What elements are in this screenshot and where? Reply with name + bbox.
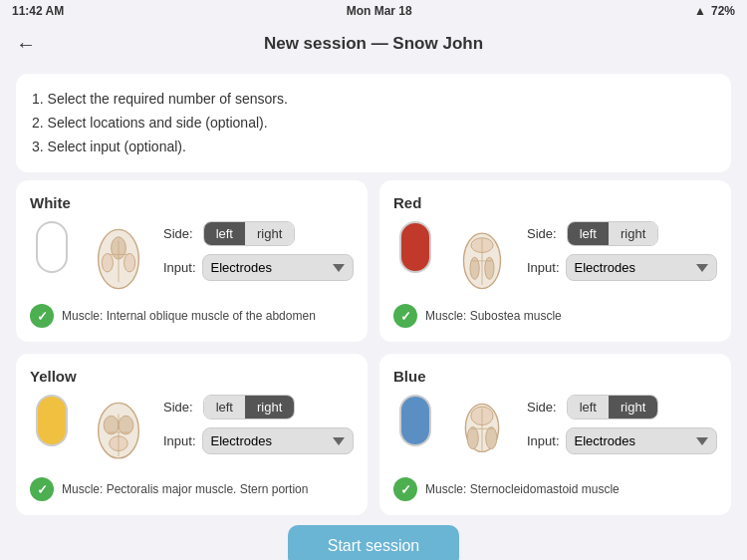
muscle-text-red: Muscle: Subostea muscle xyxy=(425,309,562,323)
controls-white: Side: left right Input: Electrodes EMG E… xyxy=(163,221,354,281)
controls-yellow: Side: left right Input: Electrodes EMG E… xyxy=(163,395,354,454)
side-label-blue: Side: xyxy=(527,400,557,415)
sensor-card-red: Red Side: left xyxy=(379,180,731,342)
side-left-blue[interactable]: left xyxy=(568,396,609,419)
side-right-yellow[interactable]: right xyxy=(245,396,294,419)
muscle-text-white: Muscle: Internal oblique muscle of the a… xyxy=(62,309,316,323)
muscle-diagram-red xyxy=(447,221,517,296)
side-buttons-red: left right xyxy=(567,221,659,246)
instruction-3: 3. Select input (optional). xyxy=(32,136,715,159)
side-left-white[interactable]: left xyxy=(204,222,245,245)
muscle-text-yellow: Muscle: Pectoralis major muscle. Stern p… xyxy=(62,482,308,496)
muscle-diagram-white xyxy=(84,221,153,296)
controls-red: Side: left right Input: Electrodes EMG E… xyxy=(527,221,717,281)
sensor-pill-blue xyxy=(399,395,431,446)
sensor-icon-yellow xyxy=(30,395,74,446)
muscle-text-blue: Muscle: Sternocleidomastoid muscle xyxy=(425,482,620,496)
status-date: Mon Mar 18 xyxy=(347,4,412,18)
instruction-1: 1. Select the required number of sensors… xyxy=(32,88,715,112)
svg-point-2 xyxy=(102,253,113,272)
side-buttons-yellow: left right xyxy=(203,395,296,420)
start-session-button[interactable]: Start session xyxy=(288,525,459,560)
svg-point-14 xyxy=(119,416,133,434)
svg-point-20 xyxy=(467,426,478,448)
battery-level: 72% xyxy=(711,4,735,18)
start-button-wrap: Start session xyxy=(0,525,747,560)
controls-blue: Side: left right Input: Electrodes EMG E… xyxy=(527,395,717,454)
side-left-red[interactable]: left xyxy=(568,222,609,245)
side-label-white: Side: xyxy=(163,226,193,241)
svg-point-13 xyxy=(104,416,119,434)
back-icon: ← xyxy=(16,33,36,56)
input-select-white[interactable]: Electrodes EMG EEG xyxy=(202,254,354,281)
sensor-pill-red xyxy=(399,221,431,273)
sensor-card-yellow: Yellow Side: left xyxy=(16,354,368,515)
page-title: New session — Snow John xyxy=(264,34,483,54)
instructions-box: 1. Select the required number of sensors… xyxy=(16,74,731,172)
input-select-yellow[interactable]: Electrodes EMG EEG xyxy=(202,427,354,454)
card-footer-white: ✓ Muscle: Internal oblique muscle of the… xyxy=(30,304,354,328)
sensor-card-blue: Blue Side: left xyxy=(379,354,731,515)
side-right-white[interactable]: right xyxy=(245,222,294,245)
sensor-cards-grid: White Side: left xyxy=(16,180,731,515)
check-circle-red: ✓ xyxy=(393,304,417,328)
wifi-icon: ▲ xyxy=(694,4,706,18)
svg-point-3 xyxy=(124,253,135,272)
card-title-blue: Blue xyxy=(393,368,717,385)
input-label-white: Input: xyxy=(163,260,196,275)
card-title-red: Red xyxy=(393,194,717,211)
check-circle-white: ✓ xyxy=(30,304,54,328)
check-circle-yellow: ✓ xyxy=(30,477,54,501)
check-circle-blue: ✓ xyxy=(393,477,417,501)
card-footer-yellow: ✓ Muscle: Pectoralis major muscle. Stern… xyxy=(30,477,354,501)
sensor-icon-white xyxy=(30,221,74,273)
side-label-yellow: Side: xyxy=(163,400,193,415)
sensor-pill-white xyxy=(36,221,68,273)
side-left-yellow[interactable]: left xyxy=(204,396,245,419)
sensor-icon-blue xyxy=(393,395,437,446)
input-label-red: Input: xyxy=(527,260,560,275)
status-bar: 11:42 AM Mon Mar 18 ▲ 72% xyxy=(0,0,747,22)
muscle-diagram-blue xyxy=(447,395,517,469)
svg-point-8 xyxy=(470,257,479,279)
instruction-2: 2. Select locations and side (optional). xyxy=(32,112,715,136)
card-title-white: White xyxy=(30,194,354,211)
muscle-diagram-yellow xyxy=(84,395,153,469)
side-label-red: Side: xyxy=(527,226,557,241)
input-select-red[interactable]: Electrodes EMG EEG xyxy=(566,254,717,281)
check-icon-yellow: ✓ xyxy=(37,482,48,497)
header: ← New session — Snow John xyxy=(0,22,747,66)
sensor-icon-red xyxy=(393,221,437,273)
sensor-pill-yellow xyxy=(36,395,68,446)
check-icon-red: ✓ xyxy=(400,309,411,324)
status-time: 11:42 AM xyxy=(12,4,64,18)
svg-point-21 xyxy=(486,426,497,448)
card-footer-red: ✓ Muscle: Subostea muscle xyxy=(393,304,717,328)
sensor-card-white: White Side: left xyxy=(16,180,368,342)
input-label-blue: Input: xyxy=(527,433,560,448)
side-buttons-blue: left right xyxy=(567,395,659,420)
card-title-yellow: Yellow xyxy=(30,368,354,385)
status-right: ▲ 72% xyxy=(694,4,735,18)
side-buttons-white: left right xyxy=(203,221,296,246)
card-footer-blue: ✓ Muscle: Sternocleidomastoid muscle xyxy=(393,477,717,501)
back-button[interactable]: ← xyxy=(16,33,36,56)
input-label-yellow: Input: xyxy=(163,433,196,448)
side-right-blue[interactable]: right xyxy=(609,396,657,419)
input-select-blue[interactable]: Electrodes EMG EEG xyxy=(566,427,717,454)
svg-point-9 xyxy=(485,257,494,279)
side-right-red[interactable]: right xyxy=(609,222,657,245)
check-icon-blue: ✓ xyxy=(400,482,411,497)
check-icon-white: ✓ xyxy=(37,309,48,324)
